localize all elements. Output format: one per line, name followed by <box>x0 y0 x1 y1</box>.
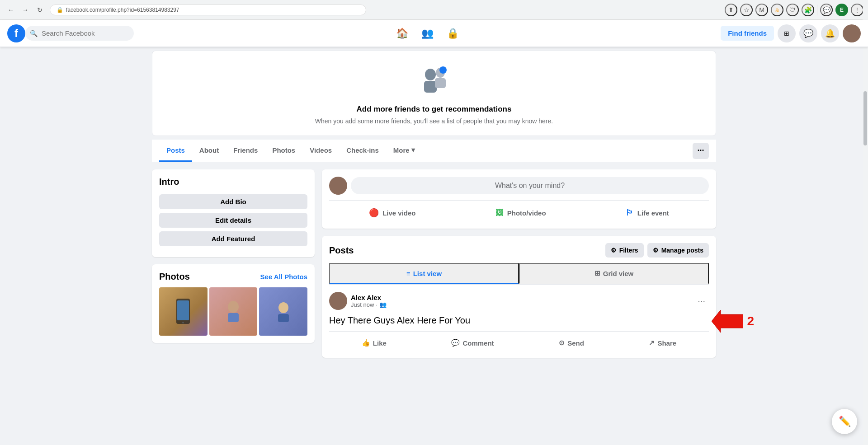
composer-avatar <box>329 177 347 195</box>
photos-grid <box>159 287 307 336</box>
browser-shield-icon[interactable]: 🛡 <box>786 4 799 16</box>
intro-card: Intro Add Bio Edit details Add Featured <box>152 169 315 257</box>
manage-posts-icon: ⚙ <box>653 247 659 254</box>
find-friends-button[interactable]: Find friends <box>721 26 774 41</box>
browser-amzn-icon[interactable]: a <box>771 4 783 16</box>
list-view-label: List view <box>413 270 442 277</box>
address-bar-url: facebook.com/profile.php?id=615638149832… <box>66 7 179 13</box>
post-header: Alex Alex Just now · 👥 ··· <box>329 292 709 310</box>
search-input[interactable] <box>25 26 134 41</box>
tab-videos[interactable]: Videos <box>302 140 339 162</box>
grid-view-label: Grid view <box>603 270 634 277</box>
tab-posts[interactable]: Posts <box>159 140 192 162</box>
svg-rect-1 <box>424 81 437 93</box>
nav-grid-icon[interactable]: ⊞ <box>778 24 796 42</box>
intro-title: Intro <box>159 177 307 187</box>
live-video-icon: 🔴 <box>369 208 379 218</box>
nav-groups-icon[interactable]: 🔒 <box>442 23 463 44</box>
browser-gmail-icon[interactable]: M <box>755 4 768 16</box>
svg-point-8 <box>228 301 239 313</box>
browser-back-button[interactable]: ← <box>5 4 17 16</box>
two-column-layout: Intro Add Bio Edit details Add Featured … <box>152 162 716 365</box>
search-icon: 🔍 <box>30 30 38 37</box>
photo-thumbnail-1[interactable] <box>159 287 208 336</box>
browser-profile-avatar[interactable]: E <box>835 4 848 16</box>
browser-screenshot-icon[interactable]: ⬆ <box>725 4 737 16</box>
browser-menu-icon[interactable]: ⋮ <box>851 4 863 16</box>
browser-refresh-button[interactable]: ↻ <box>33 4 46 16</box>
nav-center-icons: 🏠 👥 🔒 <box>134 23 721 44</box>
facebook-logo[interactable]: f <box>7 24 25 42</box>
grid-view-icon: ⊞ <box>594 269 600 277</box>
browser-chat-icon[interactable]: 💬 <box>820 4 833 16</box>
edit-details-button[interactable]: Edit details <box>159 213 307 228</box>
friends-rec-title: Add more friends to get recommendations <box>163 105 705 114</box>
browser-chrome: ← → ↻ 🔒 facebook.com/profile.php?id=6156… <box>0 0 868 20</box>
photo-thumbnail-3[interactable] <box>259 287 307 336</box>
post-time-text: Just now <box>351 301 374 308</box>
photo-video-button[interactable]: 🖼 Photo/video <box>488 204 553 221</box>
like-icon: 👍 <box>362 339 370 347</box>
post-item: Alex Alex Just now · 👥 ··· Hey There Guy… <box>329 292 709 351</box>
post-wrapper: Alex Alex Just now · 👥 ··· Hey There Guy… <box>329 292 709 351</box>
person-illustration <box>224 298 242 325</box>
svg-rect-6 <box>177 300 189 320</box>
browser-forward-button[interactable]: → <box>19 4 32 16</box>
grid-view-tab[interactable]: ⊞ Grid view <box>519 263 709 284</box>
person2-illustration <box>274 298 292 325</box>
tab-photos[interactable]: Photos <box>265 140 302 162</box>
post-more-options-button[interactable]: ··· <box>694 294 709 308</box>
tab-check-ins[interactable]: Check-ins <box>339 140 386 162</box>
see-all-photos-link[interactable]: See All Photos <box>260 273 307 281</box>
svg-rect-9 <box>228 313 239 322</box>
tab-about[interactable]: About <box>192 140 226 162</box>
add-featured-button[interactable]: Add Featured <box>159 231 307 246</box>
phone-illustration <box>174 298 192 325</box>
browser-bookmark-icon[interactable]: ☆ <box>740 4 753 16</box>
photo-thumbnail-2[interactable] <box>209 287 258 336</box>
post-author-avatar <box>329 292 347 310</box>
nav-friends-icon[interactable]: 👥 <box>416 23 438 44</box>
tab-more[interactable]: More ▾ <box>386 140 422 162</box>
nav-home-icon[interactable]: 🏠 <box>391 23 413 44</box>
friends-illustration <box>163 62 705 99</box>
browser-puzzle-icon[interactable]: 🧩 <box>802 4 814 16</box>
like-button[interactable]: 👍 Like <box>354 335 394 351</box>
post-time: Just now · 👥 <box>351 301 690 308</box>
post-audience-icon: · <box>376 301 377 308</box>
posts-section-card: Posts ⚙ Filters ⚙ Manage posts <box>322 236 716 358</box>
friends-rec-subtitle: When you add some more friends, you'll s… <box>163 117 705 125</box>
photos-card: Photos See All Photos <box>152 264 315 343</box>
life-event-button[interactable]: 🏳 Life event <box>618 204 676 221</box>
send-icon: ⊙ <box>559 339 565 347</box>
svg-point-7 <box>182 322 184 323</box>
scrollbar-thumb[interactable] <box>863 91 867 145</box>
browser-address-bar[interactable]: 🔒 facebook.com/profile.php?id=6156381498… <box>50 5 366 15</box>
nav-messenger-icon[interactable]: 💬 <box>799 24 817 42</box>
like-label: Like <box>373 339 387 347</box>
nav-notifications-icon[interactable]: 🔔 <box>821 24 839 42</box>
nav-user-avatar[interactable] <box>843 24 861 42</box>
scrollbar[interactable] <box>863 0 868 365</box>
facebook-logo-letter: f <box>14 27 18 40</box>
filters-button[interactable]: ⚙ Filters <box>605 243 644 258</box>
red-arrow-annotation: 2 <box>712 310 754 333</box>
list-view-tab[interactable]: ≡ List view <box>329 263 519 284</box>
browser-right-icons: ⬆ ☆ M a 🛡 🧩 💬 E ⋮ <box>725 4 863 16</box>
post-reactions: 👍 Like 💬 Comment ⊙ Send <box>329 331 709 351</box>
profile-tabs-right: ··· <box>693 143 709 159</box>
svg-point-10 <box>278 302 288 313</box>
add-bio-button[interactable]: Add Bio <box>159 194 307 209</box>
list-view-icon: ≡ <box>406 270 410 277</box>
share-button[interactable]: ↗ Share <box>642 335 684 351</box>
send-button[interactable]: ⊙ Send <box>552 335 591 351</box>
composer-input[interactable]: What's on your mind? <box>351 177 709 194</box>
comment-button[interactable]: 💬 Comment <box>444 335 501 351</box>
profile-tabs-more-button[interactable]: ··· <box>693 143 709 159</box>
tab-friends[interactable]: Friends <box>226 140 265 162</box>
live-video-button[interactable]: 🔴 Live video <box>362 204 423 221</box>
comment-icon: 💬 <box>451 339 460 347</box>
manage-posts-button[interactable]: ⚙ Manage posts <box>647 243 709 258</box>
svg-point-0 <box>425 69 436 80</box>
svg-rect-11 <box>278 314 289 322</box>
